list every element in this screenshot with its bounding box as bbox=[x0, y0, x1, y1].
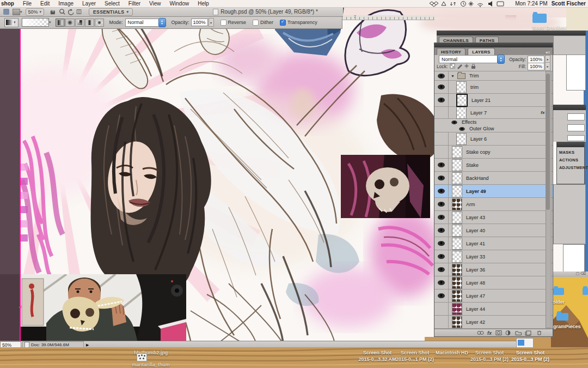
layer-thumbnail[interactable] bbox=[452, 185, 462, 197]
blend-mode-dropdown[interactable]: Normal ▲▼ bbox=[125, 19, 166, 27]
document-title-bar[interactable]: Rough.psd @ 50% (Layer 49, RGB/8*) * bbox=[188, 7, 343, 16]
zoom-level-dropdown[interactable]: 50%▾ bbox=[26, 8, 45, 16]
tool-preset-dropdown[interactable]: ▾ bbox=[4, 18, 19, 27]
dock-field-1[interactable] bbox=[567, 113, 585, 120]
layer-thumbnail[interactable] bbox=[452, 238, 462, 250]
ps-app-icon[interactable] bbox=[3, 8, 9, 15]
menu-photoshop[interactable]: shop bbox=[0, 0, 19, 7]
layer-row[interactable]: Layer 43 bbox=[434, 211, 553, 224]
layer-row[interactable]: Layer 47 bbox=[434, 289, 553, 303]
layer-row[interactable]: trim bbox=[434, 81, 553, 94]
opacity-stepper[interactable]: ▾ bbox=[209, 18, 214, 27]
canvas-guide-line[interactable] bbox=[20, 26, 21, 341]
dock-bottom-icons[interactable]: ▢ ⌫ bbox=[553, 272, 588, 277]
menu-filter[interactable]: Filter bbox=[124, 0, 145, 7]
menu-file[interactable]: File bbox=[19, 0, 36, 7]
dock-field-3[interactable] bbox=[567, 135, 585, 141]
dropdown-stepper-icon[interactable]: ▲▼ bbox=[497, 55, 505, 64]
layer-thumbnail[interactable] bbox=[456, 133, 467, 145]
dropdown-stepper-icon[interactable]: ▲▼ bbox=[158, 18, 166, 27]
visibility-toggle[interactable] bbox=[434, 94, 449, 106]
layers-panel-header[interactable] bbox=[434, 43, 553, 47]
reflected-gradient-button[interactable] bbox=[85, 19, 94, 27]
folder-icon[interactable] bbox=[553, 288, 564, 295]
visibility-toggle[interactable] bbox=[434, 71, 449, 80]
panel-header[interactable] bbox=[437, 31, 568, 35]
dither-checkbox-group[interactable]: Dither bbox=[253, 20, 273, 26]
layer-row-group[interactable]: ▼ Trim bbox=[434, 71, 553, 81]
menu-image[interactable]: Image bbox=[54, 0, 78, 7]
layer-thumbnail[interactable] bbox=[452, 251, 462, 263]
lock-icons[interactable] bbox=[450, 63, 476, 69]
layer-fill-field[interactable]: 100% bbox=[528, 63, 544, 70]
layer-thumbnail[interactable] bbox=[452, 303, 462, 315]
tab-actions[interactable]: ACTIONS bbox=[557, 155, 584, 162]
effect-row[interactable]: Outer Glow bbox=[434, 125, 553, 132]
layer-thumbnail[interactable] bbox=[452, 225, 462, 237]
folder-icon[interactable] bbox=[556, 313, 568, 321]
gradient-dropdown-arrow[interactable]: ▾ bbox=[49, 20, 51, 25]
visibility-toggle[interactable] bbox=[434, 172, 449, 184]
status-flyout-arrow[interactable]: ▶ bbox=[86, 343, 89, 347]
layer-row[interactable]: Layer 40 bbox=[434, 224, 553, 237]
layer-thumbnail[interactable] bbox=[452, 198, 462, 210]
layer-row[interactable]: Layer 36 bbox=[434, 263, 553, 276]
visibility-toggle[interactable] bbox=[434, 289, 449, 302]
layer-thumbnail[interactable] bbox=[452, 277, 462, 289]
layer-row[interactable]: Layer 33 bbox=[434, 250, 553, 263]
visibility-toggle[interactable] bbox=[434, 263, 449, 276]
view-tools-icons[interactable] bbox=[47, 8, 83, 15]
visibility-toggle[interactable] bbox=[434, 250, 449, 263]
reverse-checkbox-group[interactable]: Reverse bbox=[220, 20, 247, 26]
menu-status-icons[interactable] bbox=[430, 1, 511, 7]
layer-thumbnail[interactable] bbox=[452, 146, 462, 158]
layers-scrollbar[interactable] bbox=[546, 71, 552, 328]
menu-edit[interactable]: Edit bbox=[36, 0, 54, 7]
tab-adjustments[interactable]: ADJUSTMENTS bbox=[557, 162, 584, 170]
transparency-checkbox[interactable] bbox=[280, 20, 286, 26]
menu-select[interactable]: Select bbox=[100, 0, 124, 7]
linear-gradient-button[interactable] bbox=[56, 19, 65, 27]
layer-row[interactable]: Layer 7 fx▴ bbox=[434, 107, 553, 119]
transparency-checkbox-group[interactable]: Transparency bbox=[280, 20, 317, 26]
scrollbar-thumb[interactable] bbox=[546, 74, 550, 210]
disclosure-triangle-icon[interactable]: ▼ bbox=[451, 74, 455, 78]
dock-swatch[interactable] bbox=[563, 244, 585, 273]
layer-thumbnail[interactable] bbox=[452, 172, 462, 184]
layer-row[interactable]: Layer 42 bbox=[434, 316, 553, 329]
desktop-icon-screenshot-selected[interactable]: Screen Shot2015-0...3 PM (2) bbox=[504, 349, 556, 363]
tab-layers[interactable]: LAYERS bbox=[468, 48, 495, 55]
visibility-toggle[interactable] bbox=[434, 81, 449, 93]
tab-masks[interactable]: MASKS bbox=[557, 147, 584, 155]
layer-row[interactable]: Layer 6 bbox=[434, 132, 553, 146]
layer-row[interactable]: BackHand bbox=[434, 172, 553, 185]
dock-subheader[interactable] bbox=[553, 105, 586, 110]
folder-icon[interactable] bbox=[583, 288, 588, 295]
visibility-toggle[interactable] bbox=[434, 276, 449, 289]
menu-help[interactable]: Help bbox=[193, 0, 213, 7]
layer-row[interactable]: Stake copy bbox=[434, 146, 553, 159]
layer-thumbnail[interactable] bbox=[456, 94, 468, 107]
layer-thumbnail[interactable] bbox=[452, 316, 462, 328]
layer-thumbnail[interactable] bbox=[452, 264, 462, 276]
eye-icon[interactable] bbox=[451, 120, 457, 124]
launch-bridge-icon[interactable]: ▾ bbox=[13, 8, 22, 15]
visibility-toggle[interactable] bbox=[434, 198, 449, 210]
menu-window[interactable]: Window bbox=[166, 0, 194, 7]
diamond-gradient-button[interactable] bbox=[95, 19, 104, 27]
layer-row[interactable]: Layer 44 bbox=[434, 303, 553, 316]
menu-layer[interactable]: Layer bbox=[78, 0, 100, 7]
opacity-value-field[interactable]: 100% bbox=[191, 19, 208, 26]
layer-fill-stepper[interactable]: ▸ bbox=[545, 62, 550, 71]
menu-user[interactable]: Scott Fischer bbox=[552, 1, 586, 7]
layer-row[interactable]: Arm bbox=[434, 198, 553, 211]
reverse-checkbox[interactable] bbox=[220, 20, 226, 26]
angle-gradient-button[interactable] bbox=[75, 19, 84, 27]
image-file-icon[interactable] bbox=[137, 353, 147, 361]
menu-view[interactable]: View bbox=[145, 0, 166, 7]
desktop-file-label[interactable]: hb-thumb2.jpg bbox=[121, 350, 181, 355]
dock-header[interactable] bbox=[553, 31, 586, 35]
visibility-toggle[interactable] bbox=[434, 107, 449, 118]
visibility-toggle[interactable] bbox=[434, 237, 449, 250]
layer-thumbnail[interactable] bbox=[452, 212, 462, 224]
